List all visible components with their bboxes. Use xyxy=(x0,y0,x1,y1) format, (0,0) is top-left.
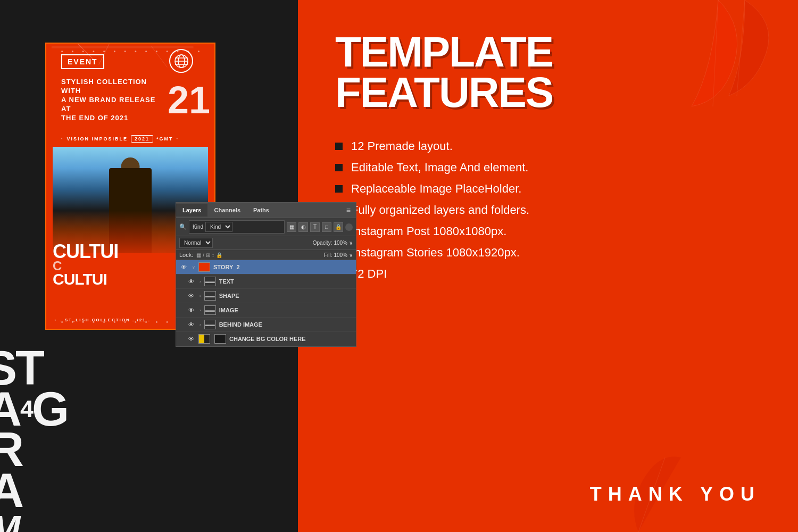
layer-change-bg[interactable]: 👁 CHANGE BG COLOR HERE xyxy=(176,332,356,346)
svg-point-25 xyxy=(124,51,126,52)
opacity-chevron: ∨ xyxy=(349,240,353,246)
layer-name-text: TEXT xyxy=(219,278,234,285)
opacity-label: Opacity: xyxy=(313,240,332,246)
instagram-large-text: I ST A4G R A M xyxy=(0,307,68,533)
layers-menu-icon[interactable]: ≡ xyxy=(341,203,356,218)
tab-layers[interactable]: Layers xyxy=(176,204,207,217)
layer-thumb-image: ▬▬ xyxy=(204,305,216,315)
layer-eye-text[interactable]: 👁 xyxy=(187,277,195,286)
lock-all-icon[interactable]: 🔒 xyxy=(216,252,222,258)
layer-thumb-behind: ▬▬ xyxy=(204,320,216,329)
features-list: 12 Premade layout. Editable Text, Image … xyxy=(335,139,761,281)
svg-point-23 xyxy=(103,51,105,52)
layer-eye-behind[interactable]: 👁 xyxy=(187,320,195,329)
layer-name-image: IMAGE xyxy=(219,307,238,313)
layer-eye-story2[interactable]: 👁 xyxy=(179,263,188,271)
svg-point-21 xyxy=(82,51,84,52)
lock-position-icon[interactable]: ↕ xyxy=(212,252,214,258)
feature-item-4: Instagram Post 1080x1080px. xyxy=(335,225,761,238)
layer-thumb-bg xyxy=(198,334,210,344)
feature-bullet-0 xyxy=(335,143,343,150)
layer-name-behind: BEHIND IMAGE xyxy=(219,321,262,328)
layer-text[interactable]: 👁 › ▬▬ TEXT xyxy=(176,275,356,289)
layer-image[interactable]: 👁 › ▬▬ IMAGE xyxy=(176,303,356,318)
layer-story2[interactable]: 👁 ∨ Story_2 xyxy=(176,260,356,275)
svg-point-22 xyxy=(93,51,94,52)
layer-mask-bg xyxy=(214,334,226,344)
layer-arrow-behind[interactable]: › xyxy=(200,322,201,327)
card-cultu-medium: CULTUI xyxy=(53,272,118,286)
right-panel: TeMPLaTe FeaTures 12 Premade layout. Edi… xyxy=(298,0,798,532)
card-cultu-large: CULTUI xyxy=(53,243,118,260)
layer-eye-bg[interactable]: 👁 xyxy=(187,335,195,343)
layer-name-shape: SHAPE xyxy=(219,293,239,299)
thank-you-text: THANK YOU xyxy=(590,483,761,505)
adjustment-filter-btn[interactable]: ◐ xyxy=(298,222,308,232)
layer-thumb-text: ▬▬ xyxy=(204,277,216,286)
search-icon: 🔍 xyxy=(179,223,187,230)
tab-paths[interactable]: Paths xyxy=(247,204,276,217)
layer-arrow-image[interactable]: › xyxy=(200,308,201,313)
card-globe-icon xyxy=(169,49,193,73)
fill-chevron: ∨ xyxy=(349,252,353,258)
feature-item-5: Instagram Stories 1080x1920px. xyxy=(335,246,761,260)
feature-bullet-2 xyxy=(335,185,343,193)
color-filter-btn[interactable] xyxy=(345,223,353,231)
lock-icons: ▦ / ⊞ ↕ 🔒 xyxy=(196,252,222,258)
feature-text-5: Instagram Stories 1080x1920px. xyxy=(351,246,520,260)
features-title-line1: TeMPLaTe xyxy=(335,32,761,72)
layers-lock-row: Lock: ▦ / ⊞ ↕ 🔒 Fill: 100% ∨ xyxy=(176,250,356,260)
feature-text-1: Editable Text, Image And element. xyxy=(351,161,528,174)
blend-mode-select[interactable]: Normal xyxy=(179,238,213,248)
card-year-big: 21 xyxy=(168,81,210,119)
smart-filter-btn[interactable]: 🔒 xyxy=(334,222,343,232)
feature-item-6: 72 DPI xyxy=(335,267,761,281)
layer-arrow-text[interactable]: › xyxy=(200,279,201,284)
feature-text-6: 72 DPI xyxy=(351,267,387,281)
pixel-filter-btn[interactable]: ▦ xyxy=(287,222,296,232)
layers-panel: Layers Channels Paths ≡ 🔍 Kind Kind ▦ ◐ … xyxy=(176,202,356,347)
svg-point-27 xyxy=(145,51,147,52)
layer-name-story2: Story_2 xyxy=(213,264,240,270)
svg-point-32 xyxy=(198,51,200,52)
svg-point-24 xyxy=(114,51,115,52)
decor-bottom-left xyxy=(596,426,729,532)
features-title: TeMPLaTe FeaTures xyxy=(335,32,761,113)
lock-move-icon[interactable]: / xyxy=(203,252,204,258)
features-title-line2: FeaTures xyxy=(335,72,761,113)
layers-search-area: Kind Kind xyxy=(189,220,285,234)
layer-arrow-story2[interactable]: ∨ xyxy=(192,265,195,270)
layer-thumb-story2 xyxy=(198,262,210,272)
card-vision-row: · VISION IMPOSIBLE 2021 *GMT · xyxy=(61,135,208,143)
layer-eye-shape[interactable]: 👁 xyxy=(187,292,195,300)
feature-item-2: Replaceable Image PlaceHolder. xyxy=(335,182,761,196)
lock-pixels-icon[interactable]: ▦ xyxy=(196,252,201,258)
card-headline: STYLISH COLLECTION WITHA NEW BRAND RELEA… xyxy=(61,78,157,122)
tab-channels[interactable]: Channels xyxy=(207,204,247,217)
opacity-value: 100% xyxy=(334,240,347,246)
layer-arrow-shape[interactable]: › xyxy=(200,294,201,298)
layers-blend-row: Normal Opacity: 100% ∨ xyxy=(176,236,356,250)
card-cultu-section: CULTUI C CULTUI xyxy=(53,243,118,286)
fill-section: Fill: 100% ∨ xyxy=(324,252,353,258)
feature-text-0: 12 Premade layout. xyxy=(351,139,453,153)
layer-behind-image[interactable]: 👁 › ▬▬ BEHIND IMAGE xyxy=(176,318,356,332)
feature-text-4: Instagram Post 1080x1080px. xyxy=(351,225,506,238)
kind-label: Kind xyxy=(193,224,203,230)
layer-eye-image[interactable]: 👁 xyxy=(187,306,195,314)
shape-filter-btn[interactable]: □ xyxy=(322,222,331,232)
svg-point-29 xyxy=(167,51,168,52)
kind-select[interactable]: Kind xyxy=(205,222,232,232)
card-event-label: EVENT xyxy=(61,54,104,69)
layer-name-bg: CHANGE BG COLOR HERE xyxy=(229,336,306,342)
svg-point-20 xyxy=(72,51,73,52)
feature-item-1: Editable Text, Image And element. xyxy=(335,161,761,174)
lock-artboard-icon[interactable]: ⊞ xyxy=(206,252,210,258)
text-filter-btn[interactable]: T xyxy=(310,222,320,232)
card-cultu-small: C xyxy=(53,260,118,272)
svg-point-19 xyxy=(61,51,63,52)
layers-panel-tabs: Layers Channels Paths ≡ xyxy=(176,203,356,218)
layer-shape[interactable]: 👁 › ▬▬ SHAPE xyxy=(176,289,356,303)
feature-text-2: Replaceable Image PlaceHolder. xyxy=(351,182,521,196)
feature-item-0: 12 Premade layout. xyxy=(335,139,761,153)
